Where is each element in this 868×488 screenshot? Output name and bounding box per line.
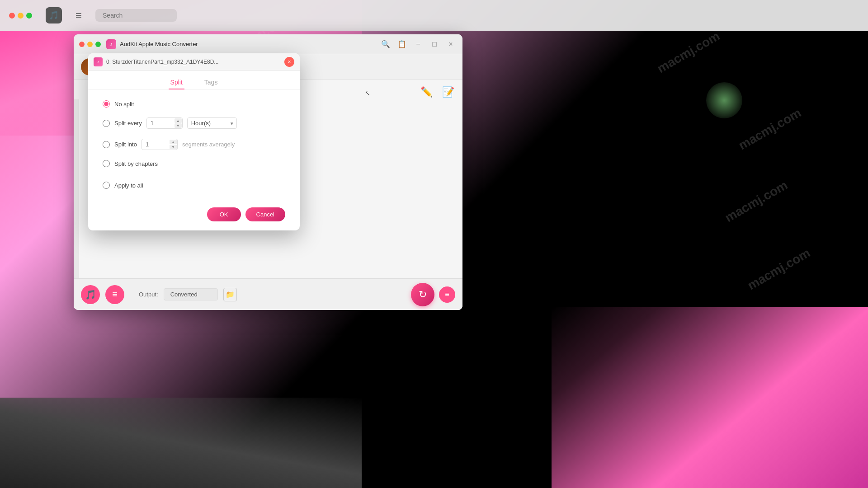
split-into-value-wrap: ▲ ▼ — [142, 139, 178, 150]
menu-button[interactable]: ≡ — [105, 285, 124, 304]
apply-to-all-radio[interactable] — [103, 182, 110, 189]
apply-to-all-label: Apply to all — [114, 182, 143, 189]
split-every-spinners: ▲ ▼ — [175, 117, 182, 129]
split-by-chapters-row: Split by chapters — [103, 160, 285, 167]
folder-icon: 📁 — [226, 290, 235, 299]
split-every-label: Split every — [114, 120, 142, 127]
add-music-button[interactable]: 🎵 — [81, 285, 100, 304]
titlebar-search-btn[interactable]: 🔍 — [379, 38, 392, 51]
tab-split[interactable]: Split — [169, 76, 184, 89]
mac-finder-icon[interactable]: 🎵 — [46, 7, 62, 23]
app-titlebar: ♪ AudKit Apple Music Converter 🔍 📋 − □ × — [74, 34, 462, 54]
modal-close-button[interactable]: × — [284, 57, 294, 67]
tab-tags[interactable]: Tags — [203, 76, 220, 89]
titlebar-minimize-dot[interactable] — [87, 42, 93, 47]
split-by-chapters-radio[interactable] — [103, 160, 110, 167]
app-logo-icon: ♪ — [110, 41, 113, 47]
mac-close-dot[interactable] — [9, 13, 15, 19]
split-every-radio[interactable] — [103, 120, 110, 127]
bg-bottom-right — [552, 307, 868, 488]
split-by-chapters-label: Split by chapters — [114, 160, 158, 167]
split-every-value-wrap: ▲ ▼ — [146, 117, 183, 129]
mac-search-input[interactable] — [95, 9, 177, 22]
titlebar-notes-btn[interactable]: 📋 — [396, 38, 408, 51]
modal-filename: 0: SturzderTitanenPart1_mp332_A1DY4E8D..… — [106, 59, 281, 65]
split-into-row: Split into ▲ ▼ segments averagely — [103, 139, 285, 150]
app-title: AudKit Apple Music Converter — [120, 41, 376, 47]
mac-maximize-dot[interactable] — [26, 13, 32, 19]
add-music-icon: 🎵 — [85, 289, 96, 300]
top-right-icons: ✏️ 📝 — [417, 83, 457, 101]
no-split-label: No split — [114, 101, 134, 108]
app-bottom: 🎵 ≡ Output: Converted 📁 ↻ ≡ — [74, 278, 462, 310]
mac-minimize-dot[interactable] — [18, 13, 24, 19]
titlebar-dots — [79, 42, 101, 47]
split-into-radio[interactable] — [103, 141, 110, 148]
split-into-label: Split into — [114, 141, 137, 148]
split-every-row: Split every ▲ ▼ Hour(s) Minute(s) Second… — [103, 117, 285, 129]
output-field: Converted — [164, 288, 218, 300]
split-modal: ♪ 0: SturzderTitanenPart1_mp332_A1DY4E8D… — [88, 53, 300, 230]
mac-topbar: 🎵 ≡ — [0, 0, 868, 31]
titlebar-maximize-dot[interactable] — [95, 42, 101, 47]
modal-tabs: Split Tags — [88, 70, 300, 89]
modal-footer: OK Cancel — [88, 200, 300, 230]
output-label: Output: — [139, 291, 158, 298]
titlebar-close-btn[interactable]: × — [444, 38, 457, 51]
note-icon-btn[interactable]: 📝 — [439, 83, 457, 101]
split-into-up[interactable]: ▲ — [170, 140, 177, 144]
modal-body: No split Split every ▲ ▼ Hour(s) Minute(… — [88, 89, 300, 200]
titlebar-actions: 🔍 📋 − □ × — [379, 38, 457, 51]
mac-list-icon: ≡ — [75, 9, 82, 22]
convert-icon: ↻ — [419, 289, 427, 300]
split-into-down[interactable]: ▼ — [170, 145, 177, 149]
app-logo: ♪ — [106, 39, 116, 49]
modal-close-icon: × — [288, 59, 291, 65]
modal-logo: ♪ — [94, 57, 103, 66]
ok-button[interactable]: OK — [207, 207, 241, 221]
modal-logo-icon: ♪ — [97, 59, 99, 64]
bottom-right-buttons: ↻ ≡ — [411, 283, 455, 306]
segments-label: segments averagely — [182, 141, 235, 148]
folder-button[interactable]: 📁 — [223, 288, 237, 301]
sidebar-strip — [74, 99, 79, 278]
titlebar-maximize-btn[interactable]: □ — [428, 38, 441, 51]
split-every-unit-wrap: Hour(s) Minute(s) Second(s) ▼ — [187, 117, 237, 129]
bg-bottom-left — [0, 398, 362, 488]
edit-icon-btn[interactable]: ✏️ — [417, 83, 435, 101]
split-options: No split Split every ▲ ▼ Hour(s) Minute(… — [103, 100, 285, 189]
apply-to-all-row: Apply to all — [103, 182, 285, 189]
titlebar-minimize-btn[interactable]: − — [412, 38, 425, 51]
settings-icon: ≡ — [445, 291, 449, 299]
cancel-button[interactable]: Cancel — [245, 207, 285, 221]
modal-titlebar: ♪ 0: SturzderTitanenPart1_mp332_A1DY4E8D… — [88, 53, 300, 70]
split-into-spinners: ▲ ▼ — [170, 139, 177, 150]
mac-window-controls — [9, 13, 32, 19]
no-split-radio[interactable] — [103, 100, 110, 108]
split-every-down[interactable]: ▼ — [175, 123, 182, 128]
menu-icon: ≡ — [112, 289, 118, 300]
split-every-up[interactable]: ▲ — [175, 118, 182, 123]
titlebar-close-dot[interactable] — [79, 42, 85, 47]
convert-button[interactable]: ↻ — [411, 283, 434, 306]
split-every-unit-select[interactable]: Hour(s) Minute(s) Second(s) — [187, 117, 237, 129]
no-split-row: No split — [103, 100, 285, 108]
settings-button[interactable]: ≡ — [439, 286, 455, 303]
